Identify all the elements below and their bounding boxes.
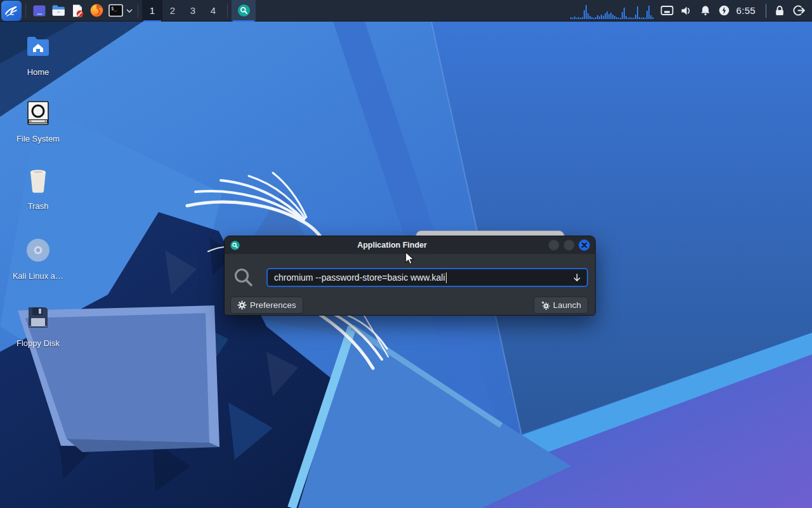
chevron-down-icon [126, 7, 133, 15]
application-finder-window: Application Finder chromium --password-s… [224, 236, 596, 316]
mouse-cursor [405, 251, 415, 265]
panel-separator [766, 4, 766, 18]
workspace-3[interactable]: 3 [183, 0, 203, 22]
cpu-graph-bar [620, 18, 621, 19]
search-icon [233, 267, 254, 288]
cpu-graph-bar [597, 15, 598, 19]
cpu-graph[interactable] [570, 1, 654, 19]
cpu-graph-bar [591, 17, 593, 19]
workspace-4[interactable]: 4 [203, 0, 223, 22]
maximize-button[interactable] [563, 239, 575, 251]
cpu-graph-bar [599, 17, 600, 19]
close-icon [581, 242, 587, 248]
network-tray-button[interactable] [658, 0, 677, 22]
cpu-graph-bar [616, 17, 617, 19]
cpu-graph-bar [593, 18, 594, 19]
dropdown-arrow-button[interactable] [572, 273, 582, 283]
launcher-text-editor[interactable] [68, 1, 87, 21]
desktop-icon-home[interactable]: Home [8, 33, 69, 77]
cpu-graph-bar [641, 18, 642, 19]
search-input[interactable]: chromium --password-store=basic www.kali [266, 268, 588, 287]
desktop-icon-trash[interactable]: Trash [8, 167, 69, 211]
launcher-terminal[interactable]: $_ [106, 1, 125, 21]
launcher-file-manager[interactable] [49, 1, 68, 21]
minimize-button[interactable] [548, 239, 560, 251]
workspace-2-label: 2 [170, 5, 175, 16]
terminal-icon: $_ [108, 3, 124, 18]
workspace-2[interactable]: 2 [162, 0, 183, 22]
desktop-icon-label: Home [27, 67, 49, 77]
panel-separator [227, 4, 228, 18]
power-manager-icon [718, 4, 730, 17]
text-caret [446, 272, 447, 283]
cpu-graph-bar [595, 17, 596, 19]
launcher-menu-chevron[interactable] [125, 1, 134, 21]
application-finder-icon [237, 4, 251, 17]
cpu-graph-bar [624, 8, 625, 19]
power-manager-tray-button[interactable] [715, 0, 734, 22]
cpu-graph-bar [650, 15, 652, 19]
cpu-graph-bar [625, 16, 627, 19]
file-manager-icon [51, 3, 67, 18]
workspace-3-label: 3 [190, 5, 195, 16]
network-icon [660, 5, 674, 17]
workspace-4-label: 4 [211, 5, 216, 16]
cpu-graph-bar [633, 18, 634, 19]
cpu-graph-bar [610, 13, 612, 19]
launch-gear-icon [540, 300, 550, 310]
cpu-graph-bar [627, 18, 629, 19]
desktop-icon-label: Trash [28, 201, 49, 211]
workspace-1[interactable]: 1 [142, 0, 162, 22]
logout-button[interactable] [789, 0, 808, 22]
desktop-icon-file-system[interactable]: File System [8, 100, 69, 144]
notifications-bell-icon [699, 4, 712, 17]
cdrom-disc-icon [25, 237, 51, 263]
cpu-graph-bar [605, 13, 606, 19]
notifications-tray-button[interactable] [696, 0, 715, 22]
trash-icon [27, 167, 49, 194]
kali-desktop: $_ 1 2 3 4 [0, 0, 812, 508]
window-title: Application Finder [240, 241, 544, 250]
text-editor-icon [70, 3, 85, 18]
cpu-graph-bar [631, 18, 632, 19]
top-panel: $_ 1 2 3 4 [0, 0, 812, 22]
cpu-graph-bar [580, 18, 581, 19]
lock-icon [773, 4, 786, 17]
cpu-graph-bar [587, 13, 589, 19]
close-button[interactable] [579, 239, 590, 251]
cpu-graph-bar [582, 17, 583, 19]
cpu-graph-bar [578, 17, 579, 19]
cpu-graph-bar [603, 16, 604, 19]
cpu-graph-bar [584, 10, 585, 19]
kali-menu-button[interactable] [1, 1, 22, 21]
kali-logo-icon [4, 3, 19, 18]
desktop-icon-kali-linux[interactable]: Kali Linux a… [8, 237, 69, 281]
desktop-icon-floppy-disk[interactable]: Floppy Disk [8, 304, 69, 348]
gear-icon [237, 300, 247, 310]
preferences-label: Preferences [250, 300, 296, 310]
launcher-dock-window[interactable] [30, 1, 49, 21]
panel-separator [25, 4, 26, 18]
logout-icon [792, 4, 806, 17]
cpu-graph-bar [608, 14, 610, 19]
arrow-down-icon [572, 273, 582, 283]
launch-button[interactable]: Launch [534, 297, 588, 314]
workspace-1-label: 1 [150, 5, 155, 16]
launcher-firefox[interactable] [87, 1, 106, 21]
application-finder-icon [230, 241, 240, 250]
lock-screen-button[interactable] [770, 0, 789, 22]
cpu-graph-bar [618, 18, 619, 19]
clock[interactable]: 6:55 [734, 5, 762, 16]
cpu-graph-bar [572, 18, 573, 19]
cpu-graph-bar [645, 18, 646, 19]
cpu-graph-bar [601, 15, 602, 19]
cpu-graph-bar [646, 11, 648, 19]
volume-tray-button[interactable] [677, 0, 696, 22]
cpu-graph-bar [574, 17, 575, 19]
cpu-graph-bar [606, 11, 608, 19]
cpu-graph-bar [586, 5, 587, 19]
cpu-graph-bar [635, 15, 636, 19]
cpu-graph-bar [652, 17, 653, 19]
taskbar-application-finder[interactable] [232, 0, 256, 22]
preferences-button[interactable]: Preferences [230, 297, 303, 314]
